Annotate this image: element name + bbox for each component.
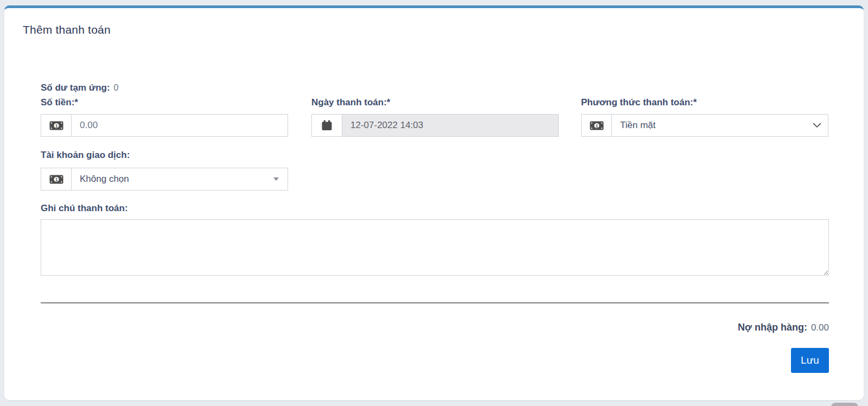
svg-text:1: 1 — [55, 123, 58, 128]
purchase-debt-label: Nợ nhập hàng: — [738, 322, 807, 333]
chevron-down-icon — [813, 123, 821, 128]
transaction-account-value: Không chọn — [80, 174, 129, 185]
payment-date-value: 12-07-2022 14:03 — [350, 120, 423, 131]
transaction-account-group: 1 Không chọn — [41, 168, 288, 191]
payment-method-select[interactable]: Tiền mặt — [612, 115, 828, 136]
dropdown-arrow-icon — [273, 177, 279, 181]
amount-input-group: 1 — [41, 114, 288, 137]
section-divider — [41, 302, 829, 303]
partial-bottom-element — [831, 403, 858, 406]
add-payment-panel: Thêm thanh toán Số dư tạm ứng: 0 Số tiền… — [4, 5, 864, 400]
payment-date-input: 12-07-2022 14:03 — [342, 115, 558, 136]
money-bill-icon: 1 — [582, 115, 612, 136]
amount-label: Số tiền:* — [41, 97, 78, 108]
payment-note-textarea[interactable] — [41, 219, 829, 276]
svg-text:1: 1 — [595, 123, 598, 128]
money-bill-icon: 1 — [41, 168, 72, 190]
advance-balance-value: 0 — [114, 83, 119, 93]
purchase-debt-value: 0.00 — [811, 322, 829, 333]
payment-date-label: Ngày thanh toán:* — [311, 97, 390, 108]
payment-method-value: Tiền mặt — [620, 120, 656, 131]
payment-note-label: Ghi chú thanh toán: — [41, 203, 128, 214]
calendar-icon[interactable] — [312, 115, 342, 136]
transaction-account-label: Tài khoản giao dịch: — [41, 150, 130, 161]
page-title: Thêm thanh toán — [23, 23, 111, 36]
transaction-account-select[interactable]: Không chọn — [72, 168, 288, 190]
payment-date-group: 12-07-2022 14:03 — [311, 114, 559, 137]
payment-method-label: Phương thức thanh toán:* — [581, 97, 697, 108]
payment-method-group: 1 Tiền mặt — [581, 114, 828, 137]
amount-input[interactable] — [72, 115, 288, 136]
actions-row: Lưu — [41, 348, 829, 373]
save-button[interactable]: Lưu — [791, 348, 829, 373]
svg-text:1: 1 — [55, 176, 58, 182]
purchase-debt-summary: Nợ nhập hàng: 0.00 — [41, 322, 829, 333]
advance-balance-label: Số dư tạm ứng: — [41, 83, 110, 93]
advance-balance: Số dư tạm ứng: 0 — [41, 83, 118, 93]
money-bill-icon: 1 — [41, 115, 72, 136]
